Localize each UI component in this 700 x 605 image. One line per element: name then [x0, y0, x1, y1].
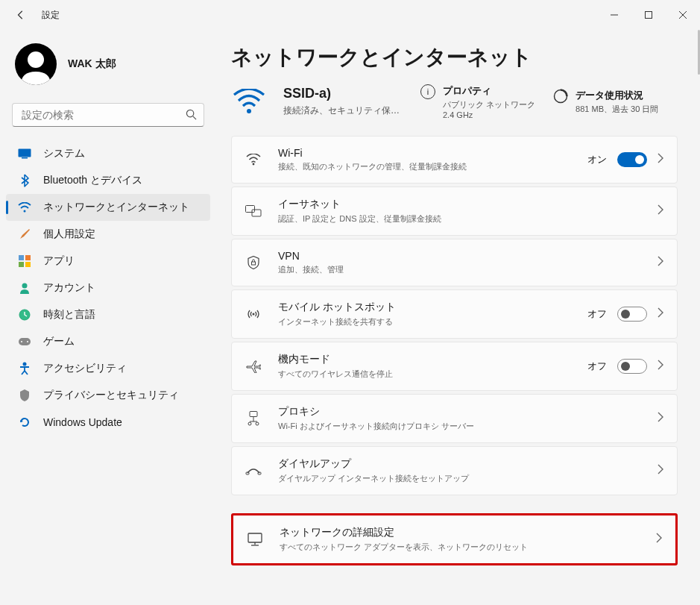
update-icon — [18, 416, 31, 429]
card-title: ダイヤルアップ — [278, 457, 658, 471]
profile-block[interactable]: WAK 太郎 — [6, 30, 210, 103]
nav-gaming[interactable]: ゲーム — [6, 328, 210, 355]
airplane-toggle[interactable] — [617, 359, 647, 374]
svg-rect-11 — [25, 262, 31, 267]
gamepad-icon — [18, 335, 31, 348]
proxy-card[interactable]: プロキシ Wi-Fi およびイーサネット接続向けプロキシ サーバー — [231, 394, 678, 443]
nav-label: 個人用設定 — [43, 228, 95, 241]
titlebar: 設定 — [0, 0, 700, 30]
vpn-card[interactable]: VPN 追加、接続、管理 — [231, 239, 678, 286]
nav-label: アクセシビリティ — [43, 362, 127, 375]
chevron-right-icon — [658, 412, 663, 425]
chevron-right-icon — [658, 307, 663, 321]
svg-point-24 — [253, 313, 255, 316]
chevron-right-icon — [656, 533, 662, 546]
svg-point-15 — [21, 341, 22, 342]
svg-point-20 — [253, 163, 255, 166]
chevron-right-icon — [658, 256, 663, 269]
network-status-row: SSID-a) 接続済み、セキュリティ保護あり i プロパティ パブリック ネッ… — [231, 84, 678, 119]
ssid-name: SSID-a) — [283, 86, 403, 101]
nav-label: アプリ — [43, 254, 75, 268]
card-sub: 認証、IP 設定と DNS 設定、従量制課金接続 — [278, 213, 658, 225]
shield-lock-icon — [245, 256, 262, 269]
proxy-icon — [245, 411, 262, 426]
maximize-button[interactable] — [631, 0, 666, 30]
data-usage-title: データ使用状況 — [576, 89, 658, 102]
nav-label: 時刻と言語 — [43, 308, 95, 322]
chevron-right-icon — [658, 360, 663, 373]
search-icon — [186, 109, 197, 123]
airplane-state-label: オフ — [587, 360, 607, 373]
nav-accounts[interactable]: アカウント — [6, 275, 210, 301]
wifi-card[interactable]: Wi-Fi 接続、既知のネットワークの管理、従量制課金接続 オン — [231, 136, 678, 184]
svg-rect-25 — [250, 412, 257, 417]
nav-accessibility[interactable]: アクセシビリティ — [6, 355, 210, 382]
sidebar: WAK 太郎 システム Bluetooth とデバイス ネットワークとインターネ… — [0, 30, 216, 605]
wifi-icon — [245, 154, 262, 166]
nav-time[interactable]: 時刻と言語 — [6, 301, 210, 328]
card-title: イーサネット — [278, 198, 658, 211]
svg-point-16 — [27, 341, 28, 342]
nav-label: システム — [43, 147, 85, 160]
dialup-card[interactable]: ダイヤルアップ ダイヤルアップ インターネット接続をセットアップ — [231, 446, 678, 495]
wifi-status-icon — [231, 84, 267, 119]
nav-label: アカウント — [43, 281, 95, 295]
advanced-network-card[interactable]: ネットワークの詳細設定 すべてのネットワーク アダプターを表示、ネットワークのリ… — [233, 515, 675, 563]
apps-icon — [18, 254, 31, 268]
svg-point-2 — [28, 51, 44, 68]
nav-privacy[interactable]: プライバシーとセキュリティ — [6, 382, 210, 409]
hotspot-card[interactable]: モバイル ホットスポット インターネット接続を共有する オフ — [231, 289, 678, 339]
svg-rect-31 — [258, 472, 261, 474]
svg-point-17 — [23, 363, 27, 366]
card-sub: ダイヤルアップ インターネット接続をセットアップ — [278, 473, 658, 484]
svg-rect-6 — [22, 157, 28, 159]
back-button[interactable] — [13, 7, 28, 22]
svg-rect-23 — [252, 262, 256, 265]
svg-rect-8 — [19, 255, 24, 260]
nav-system[interactable]: システム — [6, 140, 210, 167]
nav-label: プライバシーとセキュリティ — [43, 389, 179, 402]
nav-list: システム Bluetooth とデバイス ネットワークとインターネット 個人用設… — [6, 140, 210, 436]
nav-update[interactable]: Windows Update — [6, 409, 210, 436]
data-usage-sub: 881 MB、過去 30 日間 — [576, 104, 658, 115]
ssid-status: 接続済み、セキュリティ保護あり — [283, 104, 403, 117]
airplane-card[interactable]: 機内モード すべてのワイヤレス通信を停止 オフ — [231, 342, 678, 391]
wifi-toggle[interactable] — [617, 152, 647, 167]
svg-rect-22 — [252, 210, 261, 216]
chevron-right-icon — [658, 204, 663, 218]
minimize-button[interactable] — [597, 0, 631, 30]
svg-rect-14 — [19, 338, 31, 345]
nav-apps[interactable]: アプリ — [6, 248, 210, 275]
shield-icon — [18, 389, 31, 402]
nav-label: ゲーム — [43, 335, 75, 348]
chevron-right-icon — [658, 464, 663, 477]
nav-bluetooth[interactable]: Bluetooth とデバイス — [6, 167, 210, 194]
data-usage-tile[interactable]: データ使用状況 881 MB、過去 30 日間 — [553, 89, 658, 115]
display-icon — [18, 147, 31, 160]
nav-network[interactable]: ネットワークとインターネット — [6, 194, 210, 221]
hotspot-toggle[interactable] — [617, 307, 647, 322]
close-button[interactable] — [666, 0, 700, 30]
card-sub: すべてのワイヤレス通信を停止 — [278, 369, 587, 380]
properties-tile[interactable]: i プロパティ パブリック ネットワーク 2.4 GHz — [420, 84, 535, 119]
properties-title: プロパティ — [443, 84, 535, 98]
window-title: 設定 — [42, 9, 60, 22]
nav-personalization[interactable]: 個人用設定 — [6, 221, 210, 248]
svg-point-18 — [247, 109, 251, 113]
ethernet-card[interactable]: イーサネット 認証、IP 設定と DNS 設定、従量制課金接続 — [231, 186, 678, 236]
main-content: ネットワークとインターネット SSID-a) 接続済み、セキュリティ保護あり i… — [216, 30, 700, 605]
svg-rect-21 — [246, 206, 255, 213]
accessibility-icon — [18, 362, 31, 375]
svg-line-4 — [193, 116, 196, 119]
svg-rect-9 — [25, 255, 31, 260]
card-title: ネットワークの詳細設定 — [280, 526, 656, 539]
search-input[interactable] — [12, 103, 204, 127]
data-usage-icon — [553, 89, 568, 104]
card-sub: Wi-Fi およびイーサネット接続向けプロキシ サーバー — [278, 421, 658, 432]
card-title: プロキシ — [278, 405, 658, 419]
info-icon: i — [420, 84, 435, 99]
properties-sub: パブリック ネットワーク 2.4 GHz — [443, 99, 535, 119]
clock-icon — [18, 308, 31, 322]
airplane-icon — [245, 360, 262, 373]
svg-rect-10 — [19, 262, 24, 267]
